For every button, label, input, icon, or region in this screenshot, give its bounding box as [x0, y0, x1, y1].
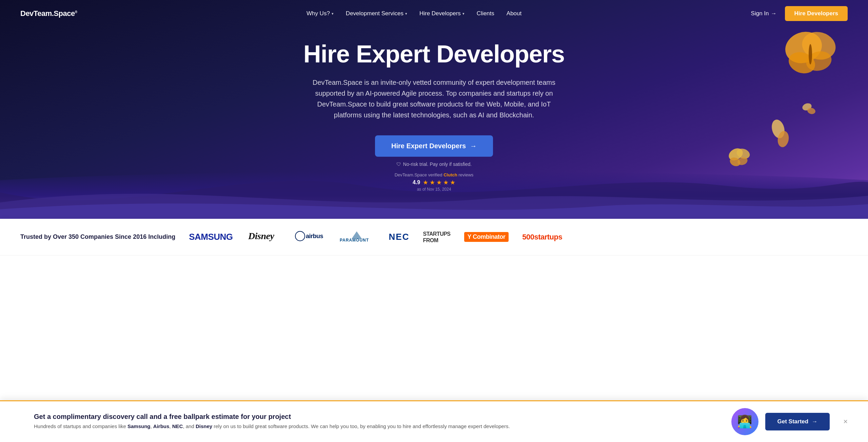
shield-icon: 🛡 [396, 161, 401, 167]
petal-decoration-2 [770, 117, 790, 151]
500-startups-logo: 500startups [522, 233, 562, 242]
nav-right: Sign In → Hire Developers [751, 6, 848, 21]
sign-in-icon: → [771, 10, 777, 17]
nav-clients[interactable]: Clients [477, 10, 494, 17]
hero-section: Hire Expert Developers DevTeam.Space is … [0, 0, 868, 219]
hero-title: Hire Expert Developers [303, 41, 565, 68]
brand-name: DevTeam.Space [20, 9, 75, 18]
brand-trademark: ® [75, 10, 77, 14]
petal-decoration-1 [726, 144, 753, 171]
trusted-text: Trusted by Over 350 Companies Since 2016… [20, 233, 175, 241]
star-icon: ★ [430, 179, 435, 186]
svg-text:PARAMOUNT: PARAMOUNT [340, 238, 369, 242]
reviews-label: DevTeam.Space verified Clutch reviews [395, 172, 474, 177]
logo-strip: SAMSUNG Disney airbus PARAMOUNT NEC STAR… [189, 230, 562, 244]
disney-logo: Disney [246, 230, 280, 244]
butterfly-decoration [780, 27, 841, 88]
trusted-band: Trusted by Over 350 Companies Since 2016… [0, 219, 868, 255]
star-icon: ★ [450, 179, 455, 186]
y-combinator-logo: Y Combinator [464, 232, 509, 242]
y-combinator-y: Y [468, 233, 471, 240]
petal-decoration-3 [800, 100, 817, 117]
navbar: DevTeam.Space® Why Us? ▾ Development Ser… [0, 0, 868, 27]
nav-links: Why Us? ▾ Development Services ▾ Hire De… [307, 10, 521, 17]
chevron-down-icon: ▾ [332, 12, 334, 16]
hire-expert-developers-button[interactable]: Hire Expert Developers → [375, 135, 493, 157]
star-rating: 4.9 [413, 179, 420, 186]
svg-point-4 [809, 44, 812, 64]
no-risk-label: 🛡 No-risk trial. Pay only if satisfied. [396, 161, 472, 167]
chevron-down-icon: ▾ [405, 12, 407, 16]
brand-logo[interactable]: DevTeam.Space® [20, 9, 77, 18]
startups-from-logo: STARTUPSFROM [423, 231, 450, 244]
arrow-right-icon: → [470, 142, 477, 150]
star-icon: ★ [436, 179, 442, 186]
reviews-block: DevTeam.Space verified Clutch reviews 4.… [395, 172, 474, 192]
star-icon: ★ [423, 179, 428, 186]
nav-why-us[interactable]: Why Us? ▾ [307, 10, 334, 17]
review-date: as of Nov 15, 2024 [395, 187, 474, 192]
svg-point-14 [295, 231, 305, 241]
stars-row: 4.9 ★ ★ ★ ★ ★ [395, 179, 474, 186]
paramount-logo: PARAMOUNT [338, 230, 375, 244]
hire-developers-nav-button[interactable]: Hire Developers [785, 6, 848, 21]
star-icon: ★ [443, 179, 449, 186]
nav-about[interactable]: About [507, 10, 521, 17]
nav-dev-services[interactable]: Development Services ▾ [346, 10, 407, 17]
hero-subtitle: DevTeam.Space is an invite-only vetted c… [312, 77, 556, 120]
svg-text:Disney: Disney [248, 231, 274, 241]
chevron-down-icon: ▾ [462, 12, 465, 16]
nav-hire-developers[interactable]: Hire Developers ▾ [419, 10, 465, 17]
sign-in-button[interactable]: Sign In → [751, 10, 777, 17]
svg-text:airbus: airbus [306, 233, 323, 239]
nec-logo: NEC [389, 232, 410, 242]
samsung-logo: SAMSUNG [189, 232, 233, 242]
airbus-logo: airbus [294, 230, 324, 244]
